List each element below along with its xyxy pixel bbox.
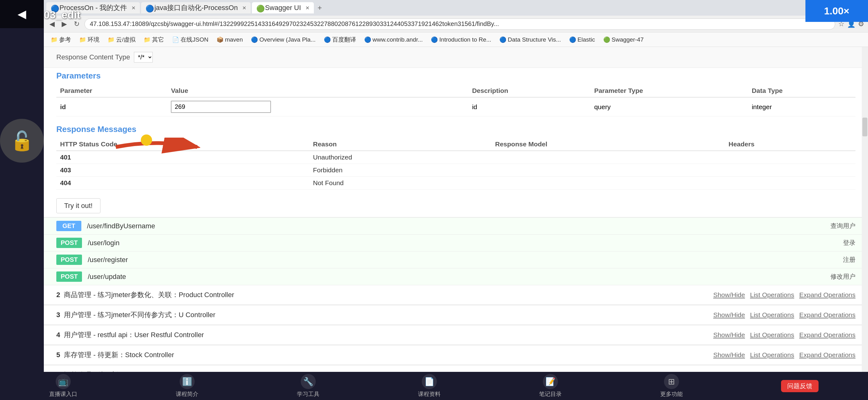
- bookmark-intro-re[interactable]: 🔵 Introduction to Re...: [428, 35, 494, 44]
- response-content-type-row: Response Content Type */*: [44, 47, 868, 68]
- bookmark-data-structure[interactable]: 🔵 Data Structure Vis...: [496, 35, 564, 44]
- tab-label-2: java接口自动化-ProcessOn: [154, 3, 238, 12]
- bookmark-maven[interactable]: 📦 maven: [213, 35, 246, 44]
- list-ops-4[interactable]: List Operations: [750, 331, 794, 339]
- list-ops-5[interactable]: List Operations: [750, 351, 794, 359]
- headers-403: [725, 164, 856, 177]
- reason-403: Forbidden: [309, 164, 491, 177]
- endpoint-register[interactable]: POST /user/register 注册: [44, 252, 868, 268]
- endpoint-path-4: /user/update: [88, 273, 831, 281]
- col-header-param-type: Parameter Type: [590, 85, 748, 97]
- show-hide-4[interactable]: Show/Hide: [713, 331, 745, 339]
- vertical-scrollbar[interactable]: [862, 47, 868, 400]
- toolbar-live-entrance[interactable]: 📺 直播课入口: [49, 374, 77, 398]
- controller-group-4[interactable]: 4 用户管理 - restful api：User Restful Contro…: [44, 325, 868, 345]
- tab-close-3[interactable]: ✕: [305, 5, 309, 11]
- controller-group-2[interactable]: 2 商品管理 - 练习jmeter参数化、关联：Product Controll…: [44, 285, 868, 305]
- try-it-out-button[interactable]: Try it out!: [56, 198, 100, 213]
- bottom-toolbar: 📺 直播课入口 ℹ️ 课程简介 🔧 学习工具 📄 课程资料 📝 笔记目录 ⊞ 更…: [0, 372, 868, 400]
- expand-ops-2[interactable]: Expand Operations: [799, 291, 856, 299]
- reason-404: Not Found: [309, 177, 491, 190]
- bookmark-huanjing[interactable]: 📁 环境: [76, 34, 103, 45]
- param-id-name: id: [60, 103, 66, 110]
- param-row: id id query integer: [56, 97, 856, 116]
- tab-java-processOn[interactable]: 🔵 java接口自动化-ProcessOn ✕: [141, 2, 251, 13]
- expand-ops-4[interactable]: Expand Operations: [799, 331, 856, 339]
- tab-swagger-ui[interactable]: 🟢 Swagger UI ✕: [252, 2, 314, 13]
- new-tab-button[interactable]: +: [315, 2, 324, 13]
- toolbar-course-materials[interactable]: 📄 课程资料: [418, 374, 441, 398]
- headers-404: [725, 177, 856, 190]
- expand-ops-5[interactable]: Expand Operations: [799, 351, 856, 359]
- group-actions-4: Show/Hide List Operations Expand Operati…: [713, 331, 856, 339]
- col-header-data-type: Data Type: [748, 85, 856, 97]
- endpoint-desc-1: 查询用户: [831, 222, 856, 230]
- bookmark-online-json[interactable]: 📄 在线JSON: [169, 34, 212, 45]
- back-arrow[interactable]: ◀: [0, 0, 44, 28]
- speed-indicator[interactable]: 1.00×: [805, 0, 868, 22]
- bookmark-qita[interactable]: 📁 其它: [141, 34, 167, 45]
- response-row-403: 403 Forbidden: [56, 164, 856, 177]
- parameters-title: Parameters: [56, 71, 856, 81]
- col-header-value: Value: [167, 85, 468, 97]
- bookmark-swagger47[interactable]: 🟢 Swagger-47: [600, 35, 647, 44]
- controller-group-3[interactable]: 3 用户管理 - 练习jmeter不同传参方式：U Controller Sho…: [44, 305, 868, 325]
- show-hide-5[interactable]: Show/Hide: [713, 351, 745, 359]
- feedback-button[interactable]: 问题反馈: [781, 380, 818, 392]
- toolbar-live-icon: 📺: [56, 374, 71, 389]
- url-input[interactable]: [85, 19, 835, 30]
- toolbar-course-intro[interactable]: ℹ️ 课程简介: [176, 374, 198, 398]
- param-id-datatype: integer: [748, 97, 856, 116]
- tab-close-2[interactable]: ✕: [242, 5, 246, 11]
- bookmark-yunxuni[interactable]: 📁 云/虚拟: [104, 34, 138, 45]
- group-number-4: 4: [56, 331, 60, 339]
- toolbar-study-tools[interactable]: 🔧 学习工具: [297, 374, 319, 398]
- list-ops-2[interactable]: List Operations: [750, 291, 794, 299]
- endpoint-login[interactable]: POST /user/login 登录: [44, 235, 868, 252]
- show-hide-2[interactable]: Show/Hide: [713, 291, 745, 299]
- method-badge-post-1: POST: [56, 238, 82, 248]
- bookmark-elastic[interactable]: 🔵 Elastic: [566, 35, 598, 44]
- model-403: [491, 164, 725, 177]
- endpoint-findByUsername[interactable]: GET /user/findByUsername 查询用户: [44, 218, 868, 235]
- group-title-3: 用户管理 - 练习jmeter不同传参方式：U Controller: [64, 310, 713, 320]
- response-row-404: 404 Not Found: [56, 177, 856, 190]
- tab-close-1[interactable]: ✕: [131, 5, 135, 11]
- method-badge-post-2: POST: [56, 255, 82, 265]
- endpoints-section: GET /user/findByUsername 查询用户 POST /user…: [44, 217, 868, 285]
- show-hide-3[interactable]: Show/Hide: [713, 311, 745, 319]
- controller-group-5[interactable]: 5 库存管理 - 待更新：Stock Controller Show/Hide …: [44, 345, 868, 365]
- group-number-3: 3: [56, 311, 60, 319]
- method-badge-post-3: POST: [56, 271, 82, 282]
- group-actions-2: Show/Hide List Operations Expand Operati…: [713, 291, 856, 299]
- model-401: [491, 151, 725, 164]
- response-content-type-label: Response Content Type: [56, 53, 130, 61]
- tab-bar: 🔵 ProcessOn - 我的文件 ✕ 🔵 java接口自动化-Process…: [44, 0, 868, 15]
- bookmark-baidu-translate[interactable]: 🔵 百度翻译: [321, 34, 359, 45]
- param-id-input[interactable]: [171, 101, 271, 113]
- param-id-desc: id: [468, 97, 590, 116]
- col-headers: Headers: [725, 138, 856, 151]
- scrollbar-thumb[interactable]: [862, 118, 867, 136]
- bookmark-contrib[interactable]: 🔵 www.contrib.andr...: [361, 35, 426, 44]
- group-actions-3: Show/Hide List Operations Expand Operati…: [713, 311, 856, 319]
- endpoint-path-2: /user/login: [88, 239, 843, 247]
- tab-label-3: Swagger UI: [265, 4, 301, 12]
- toolbar-notes[interactable]: 📝 笔记目录: [539, 374, 562, 398]
- bookmarks-bar: 📁 参考 📁 环境 📁 云/虚拟 📁 其它 📄 在线JSON 📦 maven 🔵…: [44, 33, 868, 47]
- expand-ops-3[interactable]: Expand Operations: [799, 311, 856, 319]
- endpoint-path-1: /user/findByUsername: [87, 222, 831, 230]
- bookmark-overview[interactable]: 🔵 Overview (Java Pla...: [248, 35, 319, 44]
- bookmark-cankao[interactable]: 📁 参考: [48, 34, 74, 45]
- swagger-wrapper: Response Content Type */* Parameters Par…: [44, 47, 868, 400]
- param-id-type: query: [590, 97, 748, 116]
- group-title-2: 商品管理 - 练习jmeter参数化、关联：Product Controller: [64, 290, 713, 300]
- endpoint-desc-4: 修改用户: [831, 272, 856, 281]
- group-title-5: 库存管理 - 待更新：Stock Controller: [64, 350, 713, 360]
- list-ops-3[interactable]: List Operations: [750, 311, 794, 319]
- model-404: [491, 177, 725, 190]
- toolbar-more[interactable]: ⊞ 更多功能: [660, 374, 683, 398]
- response-content-type-select[interactable]: */*: [134, 52, 153, 63]
- status-401: 401: [56, 151, 309, 164]
- endpoint-update[interactable]: POST /user/update 修改用户: [44, 268, 868, 285]
